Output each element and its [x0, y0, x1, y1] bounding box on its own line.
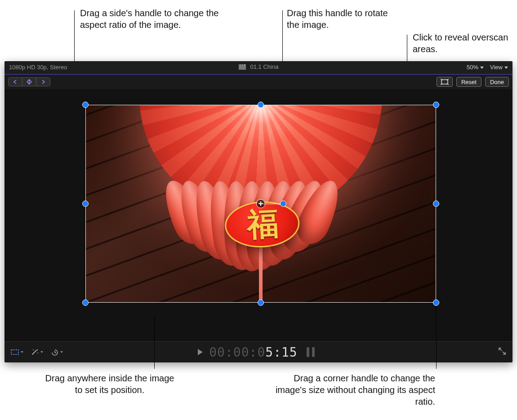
zoom-dropdown[interactable]: 50% — [467, 61, 484, 74]
rotation-handle[interactable] — [280, 201, 286, 207]
callout-position: Drag anywhere inside the image to set it… — [42, 372, 177, 396]
svg-line-18 — [55, 353, 56, 353]
playhead-sync-button[interactable] — [22, 78, 36, 86]
side-handle-bottom[interactable] — [258, 299, 264, 306]
clip-name-area: 01.1 China — [4, 61, 513, 74]
view-dropdown[interactable]: View — [490, 61, 508, 74]
chevron-down-icon — [480, 67, 484, 69]
callout-rotation-handle: Drag this handle to rotate the image. — [287, 7, 390, 31]
prev-edit-button[interactable] — [9, 78, 22, 86]
side-handle-left[interactable] — [82, 201, 89, 207]
timecode-dim: 00:00:0 — [209, 345, 265, 360]
viewer-canvas[interactable]: 福 — [4, 89, 513, 342]
reset-button[interactable]: Reset — [456, 77, 481, 87]
corner-handle-bl[interactable] — [82, 299, 89, 306]
play-button[interactable] — [198, 349, 203, 355]
chevron-down-icon — [504, 67, 508, 69]
chevron-down-icon — [40, 351, 43, 353]
timecode-bright: 5:15 — [265, 345, 297, 360]
overscan-icon — [440, 79, 449, 85]
callout-overscan: Click to reveal overscan areas. — [413, 31, 512, 55]
svg-point-15 — [33, 349, 34, 350]
fu-character: 福 — [225, 201, 299, 248]
loop-marks-icon — [304, 346, 319, 358]
overscan-toggle-button[interactable] — [437, 77, 453, 87]
corner-handle-tl[interactable] — [82, 102, 89, 108]
svg-rect-12 — [11, 350, 18, 354]
callout-corner-handle: Drag a corner handle to change the image… — [269, 372, 435, 407]
corner-handle-br[interactable] — [433, 299, 439, 306]
clip-name: 01.1 China — [250, 61, 279, 73]
timecode-display[interactable]: 00:00:05:15 — [209, 345, 297, 360]
edit-nav-segmented — [8, 77, 50, 86]
fullscreen-button[interactable] — [498, 347, 506, 357]
svg-rect-0 — [239, 66, 246, 70]
svg-point-14 — [36, 349, 37, 350]
next-edit-button[interactable] — [36, 78, 50, 86]
side-handle-right[interactable] — [433, 201, 439, 207]
zoom-label: 50% — [467, 61, 478, 74]
svg-line-19 — [499, 349, 502, 351]
effects-popup-button[interactable] — [11, 347, 23, 357]
view-label: View — [490, 61, 503, 74]
corner-handle-tr[interactable] — [433, 102, 439, 108]
leader-line — [154, 315, 155, 369]
svg-line-13 — [32, 350, 36, 354]
side-handle-top[interactable] — [258, 102, 264, 108]
transform-toolbar: Reset Done — [4, 74, 513, 89]
leader-line — [436, 306, 437, 369]
clapper-icon — [239, 64, 246, 70]
svg-point-16 — [37, 353, 38, 353]
chevron-down-icon — [60, 351, 63, 353]
image-frame[interactable]: 福 — [85, 105, 436, 303]
format-label: 1080p HD 30p, Stereo — [4, 61, 67, 74]
info-bar: 1080p HD 30p, Stereo 01.1 China 50% — [4, 61, 513, 74]
enhance-popup-button[interactable] — [31, 347, 43, 357]
done-button[interactable]: Done — [485, 77, 509, 87]
svg-line-20 — [503, 352, 505, 354]
chevron-down-icon — [21, 351, 23, 353]
retime-popup-button[interactable] — [50, 347, 63, 357]
callout-side-handle: Drag a side's handle to change the aspec… — [80, 7, 219, 31]
